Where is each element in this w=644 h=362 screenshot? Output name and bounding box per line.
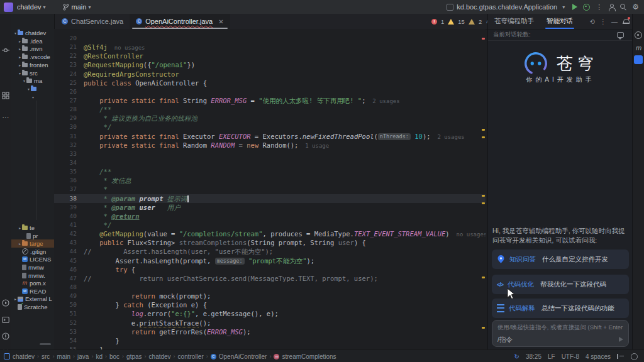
tree-chevron-icon[interactable]: ▾ [13,31,18,35]
tree-item-scratche[interactable]: Scratche [11,303,54,311]
ai-assistant-tool-icon[interactable] [634,55,643,64]
tree-chevron-icon[interactable]: ▸ [18,55,22,59]
code-line-32[interactable]: 32 private static final Random RANDOM = … [54,141,486,150]
code-line-36[interactable]: 36 * 发信息 [54,176,486,185]
tree-item-targe[interactable]: ▸targe [11,239,54,248]
code-line-48[interactable]: 48 [54,283,486,292]
project-selector[interactable]: chatdev ▾ [17,3,48,11]
breadcrumb-item[interactable]: streamCompletions [282,353,336,360]
code-line-24[interactable]: 24@RequiredArgsConstructor [54,70,486,79]
notification-bell-icon[interactable] [623,18,629,25]
sync-icon[interactable]: ↻ [514,353,519,360]
breadcrumb-item[interactable]: kd [96,353,103,360]
tree-item-vscode[interactable]: ▸.vscode [11,53,54,61]
tree-item-pomx[interactable]: mpom.x [11,279,54,287]
code-line-27[interactable]: 27 private static final String ERROR_MSG… [54,96,486,105]
breadcrumb-item[interactable]: gtpas [126,353,142,360]
code-line-22[interactable]: 22@RestController [54,52,486,60]
settings-gear-icon[interactable]: ⚙ [632,3,639,11]
tree-item[interactable]: ▾ [11,85,54,93]
code-line-41[interactable]: 41 */ [54,221,486,229]
error-stripe-mark[interactable] [482,136,485,138]
code-line-20[interactable]: 20 [54,34,486,43]
tree-item-externall[interactable]: ▸External L [11,295,54,303]
code-line-44[interactable]: 44// Assert.hasLength(user, "user不能为空"); [54,247,486,256]
tree-chevron-icon[interactable]: ▸ [18,39,22,43]
tree-item-pr[interactable]: pr [11,232,54,240]
indent-setting[interactable]: 4 spaces [586,353,611,360]
tree-item-mvnw[interactable]: mvnw. [11,272,54,280]
tab-chatservice[interactable]: C ChatService.java [55,14,130,29]
code-line-54[interactable]: 54 } [54,336,486,345]
tree-item-licens[interactable]: MLICENS [11,255,54,263]
code-line-51[interactable]: 51 log.error("e:{}", e.getMessage(), e); [54,309,486,318]
code-line-55[interactable]: 55 } [54,345,486,349]
tree-item-read[interactable]: MREAD [11,287,54,295]
search-icon[interactable] [620,4,626,10]
problems-icon[interactable] [2,332,9,340]
read-lock-icon[interactable] [631,353,638,360]
tree-chevron-icon[interactable]: ▾ [22,79,26,83]
tree-item-mvnw[interactable]: mvnw [11,263,54,272]
tree-item-mvn[interactable]: ▸.mvn [11,45,54,53]
error-stripe-mark[interactable] [482,129,485,131]
services-icon[interactable] [2,299,9,307]
commit-icon[interactable] [2,47,9,54]
error-stripe-mark[interactable] [482,38,485,40]
error-stripe-mark[interactable] [482,202,485,204]
code-line-40[interactable]: 40 * @return [54,212,486,221]
code-line-26[interactable]: 26 [54,87,486,96]
run-configuration[interactable]: kd.boc.gtpas.chatdev.Application ▾ [447,3,567,11]
code-line-25[interactable]: 25public class OpenAiController { [54,79,486,87]
minimize-icon[interactable]: — [611,18,618,25]
debug-icon[interactable] [583,4,590,11]
suggestion-card-knowledge[interactable]: 知识问答 什么是自定义控件开发 [492,250,629,269]
tree-chevron-icon[interactable]: ▾ [18,71,22,75]
tree-item-gitign[interactable]: .gitign [11,248,54,256]
code-line-47[interactable]: 47// return userChatService.send(Message… [54,274,486,283]
code-line-45[interactable]: 45 Assert.hasLength(prompt, message: "pr… [54,256,486,265]
breadcrumb-item[interactable]: java [77,353,89,360]
tree-chevron-icon[interactable]: ▸ [18,226,22,230]
tree-item-ma[interactable]: ▾ma [11,77,54,85]
send-icon[interactable] [619,337,623,342]
notifications-icon[interactable] [635,31,642,39]
branch-selector[interactable]: main ▾ [72,3,93,11]
error-stripe-mark[interactable] [482,277,485,278]
tree-chevron-icon[interactable]: ▸ [18,241,22,246]
run-button[interactable] [572,4,577,10]
account-icon[interactable] [608,4,614,10]
code-line-21[interactable]: 21@Slf4j no usages [54,43,486,52]
code-line-34[interactable]: 34 [54,158,486,167]
close-icon[interactable]: ✕ [218,18,223,25]
tree-chevron-icon[interactable]: ▾ [26,87,31,91]
terminal-icon[interactable] [2,316,9,324]
code-line-38[interactable]: 38 * @param prompt 提示词 [54,194,486,203]
code-line-33[interactable]: 33 [54,150,486,158]
code-line-28[interactable]: 28 /** [54,105,486,114]
tree-item-fronten[interactable]: ▸fronten [11,61,54,69]
tree-item-idea[interactable]: ▸.idea [11,37,54,45]
tree-item-te[interactable]: ▸te [11,224,54,232]
tab-openaicontroller[interactable]: C OpenAiController.java ✕ [130,14,230,29]
breadcrumb[interactable]: chatdev›src›main›java›kd›boc›gtpas›chatd… [0,353,336,360]
breadcrumb-item[interactable]: src [42,353,50,360]
tree-chevron-icon[interactable]: ▸ [18,63,22,67]
breadcrumb-item[interactable]: boc [109,353,119,360]
code-line-39[interactable]: 39 * @param user 用户 [54,203,486,212]
code-editor[interactable]: 2021@Slf4j no usages22@RestController23@… [54,29,486,349]
more-tool-windows-icon[interactable]: ⋯ [2,113,9,121]
maven-tool-icon[interactable]: m [636,44,641,52]
breadcrumb-item[interactable]: main [57,353,70,360]
breadcrumb-item[interactable]: chatdev [149,353,171,360]
code-line-30[interactable]: 30 */ [54,123,486,131]
tab-smart-chat[interactable]: 智能对话 [540,14,579,29]
suggestion-card-explain[interactable]: 代码解释 总结一下这段代码的功能 [492,299,629,318]
code-line-49[interactable]: 49 return mock(prompt); [54,292,486,300]
breadcrumb-item[interactable]: controller [178,353,204,360]
code-line-46[interactable]: 46 try { [54,265,486,274]
structure-icon[interactable] [2,92,9,99]
code-line-50[interactable]: 50 } catch (Exception e) { [54,300,486,309]
chat-input[interactable]: 使用/唤起快捷指令, 或者直接提问 (Shift + Enter 换行) /指令 [492,320,629,347]
file-encoding[interactable]: UTF-8 [562,353,579,360]
